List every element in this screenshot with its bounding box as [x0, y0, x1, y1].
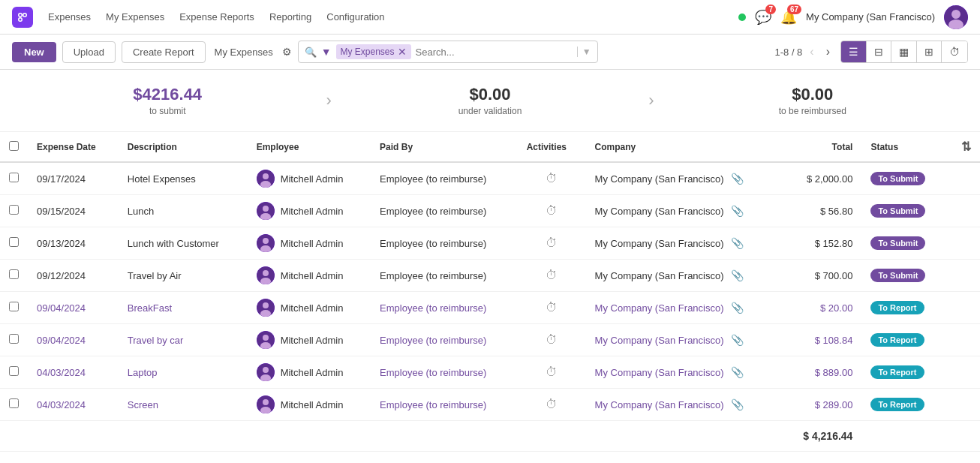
to-submit-arrow[interactable]: ›	[311, 91, 346, 110]
status-badge-3: To Submit	[870, 269, 925, 282]
grand-total-value: $ 4,216.44	[782, 421, 861, 452]
select-all-checkbox[interactable]	[9, 141, 19, 151]
cell-company-0: My Company (San Francisco) 📎	[586, 162, 783, 195]
under-validation-label: under validation	[347, 106, 633, 116]
under-validation-arrow[interactable]: ›	[633, 91, 669, 110]
messages-button[interactable]: 💬 7	[755, 9, 771, 26]
cell-date-3: 09/12/2024	[28, 260, 119, 292]
filter-tag-remove[interactable]: ✕	[398, 46, 407, 58]
attachment-icon-7[interactable]: 📎	[731, 398, 744, 410]
row-checkbox-7[interactable]	[9, 398, 19, 408]
pagination-prev[interactable]: ‹	[805, 44, 818, 60]
activity-clock-icon-2[interactable]: ⏱	[546, 236, 558, 249]
filter-tag-label: My Expenses	[341, 47, 395, 57]
attachment-icon-2[interactable]: 📎	[731, 237, 744, 249]
row-checkbox-1[interactable]	[9, 205, 19, 215]
nav-configuration[interactable]: Configuration	[326, 11, 384, 23]
nav-my-expenses[interactable]: My Expenses	[106, 11, 164, 23]
activity-clock-icon-3[interactable]: ⏱	[546, 269, 558, 281]
svg-point-22	[263, 335, 269, 341]
attachment-icon-5[interactable]: 📎	[731, 334, 744, 346]
cell-activities-0: ⏱	[518, 162, 586, 195]
view-kanban-button[interactable]: ⊟	[867, 41, 891, 62]
view-list-button[interactable]: ☰	[841, 41, 867, 62]
cell-status-2: To Submit	[861, 227, 947, 260]
col-company[interactable]: Company	[586, 132, 783, 162]
col-status[interactable]: Status	[861, 132, 947, 162]
cell-company-5: My Company (San Francisco) 📎	[586, 324, 783, 356]
expense-summary: $4216.44 to submit › $0.00 under validat…	[0, 70, 980, 132]
view-settings-icon[interactable]: ⚙	[282, 46, 292, 58]
nav-reporting[interactable]: Reporting	[269, 11, 311, 23]
col-paid-by[interactable]: Paid By	[371, 132, 518, 162]
online-status-indicator	[738, 14, 746, 21]
row-checkbox-5[interactable]	[9, 334, 19, 344]
cell-status-7: To Report	[861, 389, 947, 421]
cell-status-1: To Submit	[861, 195, 947, 227]
table-row: 09/04/2024 Travel by car Mitchell Admin …	[0, 324, 980, 356]
alerts-button[interactable]: 🔔 67	[780, 9, 797, 26]
row-checkbox-3[interactable]	[9, 269, 19, 279]
employee-avatar-4	[257, 299, 275, 317]
table-row: 09/17/2024 Hotel Expenses Mitchell Admin…	[0, 162, 980, 195]
svg-point-0	[19, 13, 23, 17]
under-validation-summary: $0.00 under validation	[347, 85, 633, 116]
row-checkbox-4[interactable]	[9, 302, 19, 311]
col-employee[interactable]: Employee	[248, 132, 371, 162]
attachment-icon-1[interactable]: 📎	[731, 205, 744, 217]
cell-description-4[interactable]: BreakFast	[119, 292, 248, 324]
user-avatar[interactable]	[944, 5, 968, 29]
col-description[interactable]: Description	[119, 132, 248, 162]
cell-description-6[interactable]: Laptop	[119, 356, 248, 389]
col-total[interactable]: Total	[782, 132, 861, 162]
row-checkbox-2[interactable]	[9, 237, 19, 247]
activity-clock-icon-7[interactable]: ⏱	[546, 398, 558, 410]
col-activities[interactable]: Activities	[518, 132, 586, 162]
messages-badge: 7	[765, 5, 776, 14]
cell-company-1: My Company (San Francisco) 📎	[586, 195, 783, 227]
pagination-label: 1-8 / 8	[774, 47, 802, 58]
upload-button[interactable]: Upload	[62, 41, 116, 63]
attachment-icon-3[interactable]: 📎	[731, 269, 744, 281]
cell-activities-3: ⏱	[518, 260, 586, 292]
activity-clock-icon-6[interactable]: ⏱	[546, 365, 558, 378]
view-pivot-button[interactable]: ⊞	[917, 41, 942, 62]
attachment-icon-0[interactable]: 📎	[731, 173, 744, 185]
cell-paid-by-0: Employee (to reimburse)	[371, 162, 518, 195]
nav-expenses[interactable]: Expenses	[48, 11, 91, 23]
create-report-button[interactable]: Create Report	[122, 41, 206, 63]
to-submit-summary: $4216.44 to submit	[24, 85, 311, 116]
attachment-icon-6[interactable]: 📎	[731, 366, 744, 378]
company-name: My Company (San Francisco)	[806, 11, 935, 23]
row-checkbox-6[interactable]	[9, 366, 19, 376]
status-badge-5: To Report	[870, 333, 924, 347]
cell-total-7: $ 289.00	[782, 389, 861, 421]
cell-activities-5: ⏱	[518, 324, 586, 356]
row-checkbox-0[interactable]	[9, 173, 19, 182]
column-filter-icon[interactable]: ⇅	[961, 140, 971, 153]
cell-activities-6: ⏱	[518, 356, 586, 389]
to-be-reimbursed-label: to be reimbursed	[669, 106, 956, 116]
pagination-next[interactable]: ›	[822, 44, 834, 60]
attachment-icon-4[interactable]: 📎	[731, 302, 744, 314]
cell-description-7[interactable]: Screen	[119, 389, 248, 421]
view-activity-button[interactable]: ⏱	[942, 41, 967, 62]
activity-clock-icon-4[interactable]: ⏱	[546, 301, 558, 314]
col-filter[interactable]: ⇅	[947, 132, 980, 162]
cell-date-1: 09/15/2024	[28, 195, 119, 227]
nav-expense-reports[interactable]: Expense Reports	[179, 11, 254, 23]
search-dropdown-arrow[interactable]: ▼	[577, 47, 591, 57]
app-logo[interactable]	[12, 7, 33, 28]
activity-clock-icon-0[interactable]: ⏱	[546, 172, 558, 185]
pagination: 1-8 / 8 ‹ ›	[774, 44, 834, 60]
view-bar-chart-button[interactable]: ▦	[891, 41, 917, 62]
cell-description-5[interactable]: Travel by car	[119, 324, 248, 356]
new-button[interactable]: New	[12, 42, 56, 62]
cell-company-6: My Company (San Francisco) 📎	[586, 356, 783, 389]
cell-description-0: Hotel Expenses	[119, 162, 248, 195]
search-input[interactable]	[416, 47, 573, 58]
col-expense-date[interactable]: Expense Date	[28, 132, 119, 162]
activity-clock-icon-1[interactable]: ⏱	[546, 204, 558, 217]
cell-status-6: To Report	[861, 356, 947, 389]
activity-clock-icon-5[interactable]: ⏱	[546, 333, 558, 346]
